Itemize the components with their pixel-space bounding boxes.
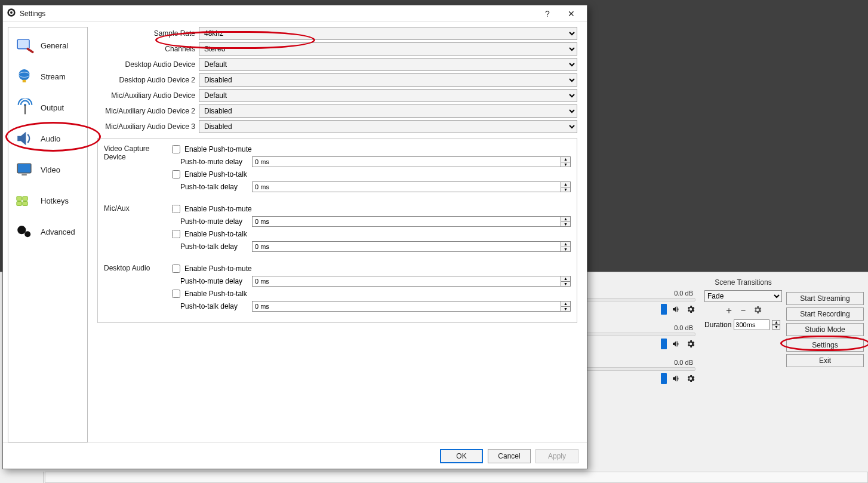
device-block-video-capture: Video Capture Device Enable Push-to-mute… <box>104 143 571 193</box>
sidebar-item-hotkeys[interactable]: Hotkeys <box>8 185 87 216</box>
sidebar-item-stream[interactable]: Stream <box>8 61 87 92</box>
dialog-footer: OK Cancel Apply <box>3 442 587 469</box>
mixer-meter <box>585 367 695 371</box>
scene-transitions-header: Scene Transitions <box>704 278 782 287</box>
divider <box>44 472 44 483</box>
sidebar-label: Video <box>41 165 60 174</box>
svg-rect-6 <box>23 80 26 82</box>
settings-main-pane: Sample Rate 48khz Channels Stereo Deskto… <box>88 27 582 442</box>
cancel-button[interactable]: Cancel <box>488 449 531 463</box>
sidebar-item-output[interactable]: Output <box>8 92 87 123</box>
ptm-delay-input[interactable]: 0 ms▲▼ <box>252 156 571 167</box>
sidebar-label: Stream <box>41 72 66 81</box>
sidebar-item-general[interactable]: General <box>8 30 87 61</box>
transition-select[interactable]: Fade <box>704 290 782 302</box>
ptt-delay-input[interactable]: 0 ms▲▼ <box>252 301 571 312</box>
settings-button[interactable]: Settings <box>786 339 864 352</box>
settings-dialog: Settings ? ✕ General Stream Output Audio <box>2 5 587 469</box>
controls-panel: Start Streaming Start Recording Studio M… <box>786 292 864 370</box>
gear-icon[interactable] <box>686 339 695 349</box>
desktop-audio2-select[interactable]: Disabled <box>199 73 577 87</box>
speaker-icon[interactable] <box>672 374 681 383</box>
push-to-talk-group: Video Capture Device Enable Push-to-mute… <box>97 138 577 323</box>
mixer-meter <box>585 333 695 336</box>
mixer-track: 0.0 dB <box>585 359 695 384</box>
svg-rect-10 <box>17 196 21 201</box>
audio-mixer: 0.0 dB 0.0 dB 0.0 dB <box>585 290 695 393</box>
gear-icon[interactable] <box>686 374 695 383</box>
mic-aux3-select[interactable]: Disabled <box>199 120 577 133</box>
studio-mode-button[interactable]: Studio Mode <box>786 323 864 336</box>
volume-slider[interactable] <box>661 339 667 349</box>
scene-transitions-panel: Scene Transitions Fade ＋ － Duration ▲▼ <box>704 278 782 330</box>
mic-aux2-label: Mic/Auxiliary Audio Device 2 <box>97 107 199 115</box>
dialog-title: Settings <box>20 10 45 18</box>
svg-point-2 <box>10 11 13 14</box>
channels-label: Channels <box>97 45 199 53</box>
enable-ptm-checkbox[interactable] <box>172 264 180 273</box>
speaker-large-icon <box>14 129 36 148</box>
desktop-audio2-label: Desktop Audio Device 2 <box>97 76 199 84</box>
mixer-db-label: 0.0 dB <box>585 324 695 331</box>
sidebar-item-advanced[interactable]: Advanced <box>8 216 87 247</box>
enable-ptt-label: Enable Push-to-talk <box>184 290 247 298</box>
speaker-icon[interactable] <box>672 304 681 314</box>
ok-button[interactable]: OK <box>440 449 483 463</box>
sample-rate-select[interactable]: 48khz <box>199 27 577 40</box>
duration-spinner[interactable]: ▲▼ <box>772 320 780 330</box>
svg-point-15 <box>24 231 30 237</box>
duration-label: Duration <box>704 321 731 329</box>
volume-slider[interactable] <box>661 373 667 384</box>
help-button[interactable]: ? <box>535 7 559 21</box>
apply-button: Apply <box>535 449 578 463</box>
gear-icon[interactable] <box>686 304 695 314</box>
mic-aux2-select[interactable]: Disabled <box>199 104 577 118</box>
ptt-delay-input[interactable]: 0 ms▲▼ <box>252 241 571 252</box>
duration-input[interactable] <box>734 319 769 330</box>
enable-ptm-label: Enable Push-to-mute <box>184 145 252 153</box>
mixer-meter <box>585 298 695 302</box>
sidebar-label: Output <box>41 103 64 112</box>
speaker-icon[interactable] <box>672 339 681 349</box>
sidebar-item-video[interactable]: Video <box>8 154 87 185</box>
start-streaming-button[interactable]: Start Streaming <box>786 292 864 305</box>
enable-ptt-checkbox[interactable] <box>172 170 180 179</box>
mixer-track: 0.0 dB <box>585 290 695 315</box>
globe-icon <box>14 67 36 86</box>
start-recording-button[interactable]: Start Recording <box>786 307 864 321</box>
close-button[interactable]: ✕ <box>559 7 583 21</box>
minus-icon[interactable]: － <box>738 304 748 317</box>
settings-sidebar: General Stream Output Audio Video Hotkey… <box>8 27 88 442</box>
exit-button[interactable]: Exit <box>786 354 864 367</box>
ptm-delay-label: Push-to-mute delay <box>170 217 247 226</box>
antenna-icon <box>14 98 36 117</box>
enable-ptt-label: Enable Push-to-talk <box>184 230 247 238</box>
ptt-delay-input[interactable]: 0 ms▲▼ <box>252 181 571 192</box>
mic-aux3-label: Mic/Auxiliary Audio Device 3 <box>97 122 199 131</box>
enable-ptt-label: Enable Push-to-talk <box>184 170 247 179</box>
gear-icon[interactable] <box>753 305 762 317</box>
svg-rect-11 <box>23 196 28 201</box>
enable-ptm-checkbox[interactable] <box>172 145 180 153</box>
plus-icon[interactable]: ＋ <box>724 304 734 317</box>
ptm-delay-input[interactable]: 0 ms▲▼ <box>252 216 571 227</box>
volume-slider[interactable] <box>661 304 667 315</box>
channels-select[interactable]: Stereo <box>199 42 577 56</box>
enable-ptt-checkbox[interactable] <box>172 290 180 298</box>
ptt-delay-label: Push-to-talk delay <box>170 242 247 251</box>
ptm-delay-input[interactable]: 0 ms▲▼ <box>252 276 571 287</box>
mixer-track: 0.0 dB <box>585 324 695 349</box>
keyboard-icon <box>14 191 36 210</box>
status-bar-bg <box>45 472 868 483</box>
svg-rect-12 <box>17 201 21 205</box>
enable-ptm-checkbox[interactable] <box>172 205 180 213</box>
enable-ptt-checkbox[interactable] <box>172 230 180 238</box>
mixer-db-label: 0.0 dB <box>585 290 695 297</box>
desktop-audio-select[interactable]: Default <box>199 58 577 71</box>
ptt-delay-label: Push-to-talk delay <box>170 183 247 191</box>
sidebar-item-audio[interactable]: Audio <box>8 123 87 154</box>
mic-aux-select[interactable]: Default <box>199 89 577 102</box>
ptm-delay-label: Push-to-mute delay <box>170 277 247 285</box>
mic-aux-label: Mic/Auxiliary Audio Device <box>97 91 199 100</box>
mixer-db-label: 0.0 dB <box>585 359 695 366</box>
